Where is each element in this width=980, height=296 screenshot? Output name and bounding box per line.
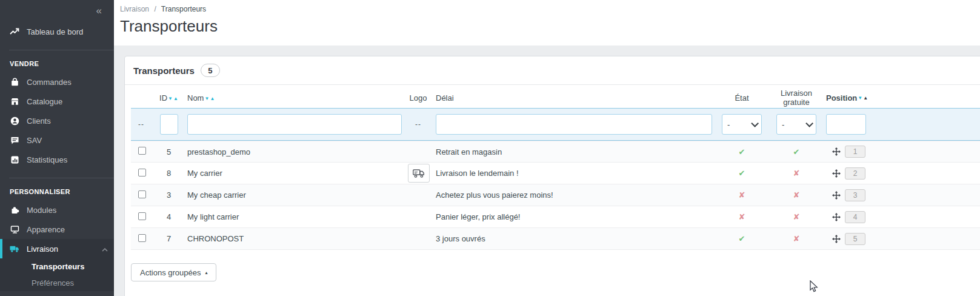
sort-asc-icon[interactable]: ▲ bbox=[863, 95, 868, 101]
move-handle-icon[interactable] bbox=[832, 191, 841, 200]
sort-asc-icon[interactable]: ▲ bbox=[173, 96, 178, 101]
chat-bubble-icon bbox=[10, 135, 19, 145]
row-checkbox[interactable] bbox=[138, 147, 146, 155]
sort-asc-icon[interactable]: ▲ bbox=[210, 96, 215, 101]
breadcrumb-separator: / bbox=[154, 5, 156, 13]
page-header: Livraison / Transporteurs Transporteurs bbox=[114, 0, 980, 45]
chevron-down-icon bbox=[751, 119, 759, 127]
bulk-actions-label: Actions groupées bbox=[140, 268, 201, 277]
column-header-nom[interactable]: Nom▼▲ bbox=[182, 93, 405, 103]
column-label: Nom bbox=[187, 93, 204, 103]
filter-status-select[interactable]: - bbox=[722, 114, 762, 135]
filter-position-input[interactable] bbox=[826, 114, 866, 135]
column-header-etat: État bbox=[715, 93, 769, 103]
sidebar-item-statistiques[interactable]: Statistiques bbox=[0, 150, 114, 169]
panel-title: Transporteurs bbox=[133, 66, 195, 76]
row-checkbox[interactable] bbox=[138, 212, 146, 220]
free-shipping-icon[interactable]: ✘ bbox=[793, 169, 800, 178]
free-shipping-icon[interactable]: ✘ bbox=[793, 212, 800, 221]
sidebar-section-personnaliser: PERSONNALISER bbox=[0, 178, 114, 200]
status-icon[interactable]: ✔ bbox=[739, 234, 745, 243]
column-header-id[interactable]: ID▼▲ bbox=[155, 93, 182, 103]
position-value: 1 bbox=[845, 146, 865, 158]
position-value: 2 bbox=[845, 167, 865, 180]
sidebar-item-commandes[interactable]: Commandes bbox=[0, 72, 114, 92]
move-handle-icon[interactable] bbox=[832, 169, 841, 178]
panel-header: Transporteurs 5 bbox=[125, 56, 980, 85]
sidebar: « Tableau de bord VENDRE Commandes Catal… bbox=[0, 0, 114, 296]
row-checkbox[interactable] bbox=[138, 169, 146, 177]
table-row: 4 My light carrier Panier léger, prix al… bbox=[131, 206, 980, 228]
sidebar-item-label: Clients bbox=[27, 116, 51, 126]
filter-free-shipping-select[interactable]: - bbox=[776, 114, 816, 135]
sidebar-item-modules[interactable]: Modules bbox=[0, 200, 114, 220]
row-delay: Livraison le lendemain ! bbox=[431, 169, 715, 178]
select-value: - bbox=[727, 120, 730, 129]
carrier-logo bbox=[408, 164, 430, 183]
row-id: 4 bbox=[155, 212, 182, 221]
column-header-delai: Délai bbox=[431, 93, 715, 103]
shopping-bag-icon bbox=[10, 77, 19, 87]
sidebar-item-label: Modules bbox=[27, 206, 56, 215]
free-shipping-icon[interactable]: ✘ bbox=[793, 234, 800, 243]
filter-id-input[interactable] bbox=[160, 114, 178, 135]
filter-name-input[interactable] bbox=[187, 114, 402, 135]
chevron-up-icon bbox=[102, 244, 108, 254]
column-label: ID bbox=[159, 93, 167, 103]
status-icon[interactable]: ✘ bbox=[739, 190, 745, 200]
table-body: 5 prestashop_demo Retrait en magasin ✔ ✔… bbox=[131, 141, 980, 250]
bar-chart-icon bbox=[10, 155, 19, 164]
mouse-cursor bbox=[810, 280, 819, 293]
active-indicator bbox=[0, 239, 2, 258]
sort-desc-icon[interactable]: ▼ bbox=[168, 96, 173, 101]
row-delay: Retrait en magasin bbox=[431, 147, 715, 156]
puzzle-icon bbox=[10, 205, 19, 215]
select-value: - bbox=[782, 120, 784, 129]
breadcrumb-parent[interactable]: Livraison bbox=[120, 5, 149, 13]
status-icon[interactable]: ✔ bbox=[739, 169, 745, 178]
row-delay: 3 jours ouvrés bbox=[431, 234, 715, 243]
sidebar-collapse-icon[interactable]: « bbox=[96, 5, 102, 17]
column-header-position[interactable]: Position▼▲ bbox=[824, 93, 873, 103]
sidebar-subitem-transporteurs[interactable]: Transporteurs bbox=[0, 258, 114, 275]
main-content: Livraison / Transporteurs Transporteurs … bbox=[114, 0, 980, 296]
sort-desc-icon[interactable]: ▼ bbox=[858, 95, 862, 101]
sidebar-item-dashboard[interactable]: Tableau de bord bbox=[0, 22, 114, 41]
sidebar-item-livraison[interactable]: Livraison bbox=[0, 239, 114, 258]
move-handle-icon[interactable] bbox=[832, 213, 841, 221]
sidebar-item-label: Livraison bbox=[27, 244, 58, 254]
sidebar-item-apparence[interactable]: Apparence bbox=[0, 220, 114, 239]
table-row: 8 My carrier Livraison le lendemain ! ✔ … bbox=[131, 163, 980, 184]
filter-delay-input[interactable] bbox=[436, 114, 712, 135]
sort-desc-icon[interactable]: ▼ bbox=[204, 96, 209, 101]
sidebar-item-clients[interactable]: Clients bbox=[0, 111, 114, 130]
row-name: prestashop_demo bbox=[182, 147, 405, 156]
bulk-actions-button[interactable]: Actions groupées ▴ bbox=[131, 263, 216, 281]
free-shipping-icon[interactable]: ✘ bbox=[793, 190, 800, 200]
move-handle-icon[interactable] bbox=[832, 147, 841, 156]
position-value: 4 bbox=[845, 211, 865, 223]
sidebar-item-catalogue[interactable]: Catalogue bbox=[0, 92, 114, 111]
table-row: 7 CHRONOPOST 3 jours ouvrés ✔ ✘ 5 bbox=[131, 228, 980, 250]
sidebar-section-vendre: VENDRE bbox=[0, 50, 114, 72]
row-checkbox[interactable] bbox=[138, 234, 146, 242]
breadcrumb-current: Transporteurs bbox=[161, 5, 206, 13]
table-header-row: ID▼▲ Nom▼▲ Logo Délai État Livraison gra… bbox=[131, 87, 980, 108]
status-icon[interactable]: ✔ bbox=[739, 147, 745, 156]
position-value: 3 bbox=[845, 189, 865, 201]
column-header-livraison-gratuite: Livraison gratuite bbox=[769, 89, 824, 107]
row-checkbox[interactable] bbox=[138, 190, 146, 198]
row-name: My cheap carrier bbox=[182, 190, 405, 200]
free-shipping-icon[interactable]: ✔ bbox=[793, 147, 800, 156]
truck-icon bbox=[10, 244, 19, 254]
filter-row: -- -- - - bbox=[131, 108, 980, 141]
sidebar-item-sav[interactable]: SAV bbox=[0, 130, 114, 150]
trending-up-icon bbox=[10, 27, 19, 36]
status-icon[interactable]: ✘ bbox=[739, 212, 745, 221]
sidebar-item-label: Catalogue bbox=[27, 97, 62, 106]
carriers-panel: Transporteurs 5 ID▼▲ Nom▼▲ Logo Délai Ét… bbox=[124, 56, 980, 296]
store-icon bbox=[10, 96, 19, 106]
row-name: My light carrier bbox=[182, 212, 405, 221]
move-handle-icon[interactable] bbox=[832, 235, 841, 243]
sidebar-subitem-preferences[interactable]: Préférences bbox=[0, 275, 114, 291]
